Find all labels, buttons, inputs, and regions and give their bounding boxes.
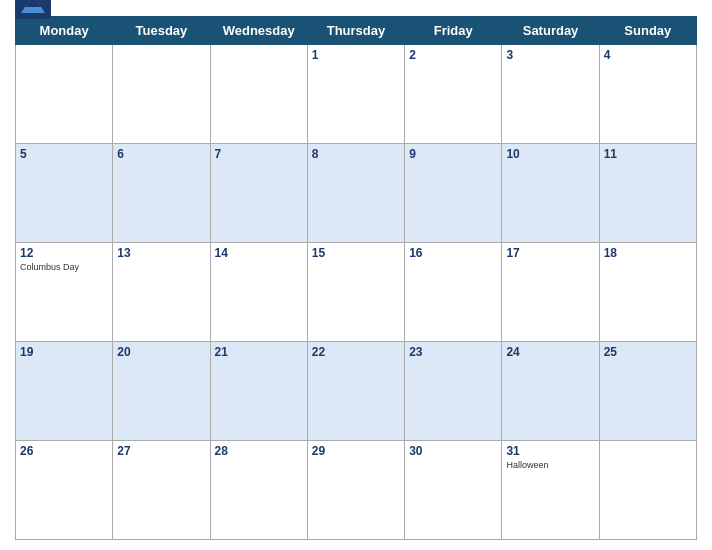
calendar-cell: 3 bbox=[502, 45, 599, 144]
day-number: 26 bbox=[20, 444, 108, 458]
day-number: 1 bbox=[312, 48, 400, 62]
calendar-cell bbox=[113, 45, 210, 144]
calendar-cell: 23 bbox=[405, 342, 502, 441]
day-number: 3 bbox=[506, 48, 594, 62]
calendar-cell: 18 bbox=[599, 243, 696, 342]
day-number: 8 bbox=[312, 147, 400, 161]
day-number: 10 bbox=[506, 147, 594, 161]
calendar-cell: 6 bbox=[113, 144, 210, 243]
day-number: 25 bbox=[604, 345, 692, 359]
calendar-cell bbox=[210, 45, 307, 144]
svg-rect-3 bbox=[29, 9, 37, 13]
calendar-cell: 19 bbox=[16, 342, 113, 441]
calendar-cell: 7 bbox=[210, 144, 307, 243]
day-number: 11 bbox=[604, 147, 692, 161]
calendar-cell: 21 bbox=[210, 342, 307, 441]
calendar-cell: 31Halloween bbox=[502, 441, 599, 540]
calendar-cell: 1 bbox=[307, 45, 404, 144]
day-number: 24 bbox=[506, 345, 594, 359]
day-number: 21 bbox=[215, 345, 303, 359]
day-number: 19 bbox=[20, 345, 108, 359]
day-number: 16 bbox=[409, 246, 497, 260]
calendar-cell: 20 bbox=[113, 342, 210, 441]
calendar-cell: 9 bbox=[405, 144, 502, 243]
calendar-week-row: 262728293031Halloween bbox=[16, 441, 697, 540]
calendar-cell bbox=[599, 441, 696, 540]
calendar-cell: 17 bbox=[502, 243, 599, 342]
calendar-cell: 5 bbox=[16, 144, 113, 243]
day-number: 4 bbox=[604, 48, 692, 62]
weekday-header-row: MondayTuesdayWednesdayThursdayFridaySatu… bbox=[16, 17, 697, 45]
day-number: 28 bbox=[215, 444, 303, 458]
weekday-header-wednesday: Wednesday bbox=[210, 17, 307, 45]
day-number: 23 bbox=[409, 345, 497, 359]
day-number: 30 bbox=[409, 444, 497, 458]
weekday-header-thursday: Thursday bbox=[307, 17, 404, 45]
weekday-header-tuesday: Tuesday bbox=[113, 17, 210, 45]
calendar-week-row: 1234 bbox=[16, 45, 697, 144]
calendar-event: Columbus Day bbox=[20, 262, 108, 272]
calendar-cell: 10 bbox=[502, 144, 599, 243]
calendar-week-row: 567891011 bbox=[16, 144, 697, 243]
weekday-header-saturday: Saturday bbox=[502, 17, 599, 45]
day-number: 22 bbox=[312, 345, 400, 359]
calendar-cell: 13 bbox=[113, 243, 210, 342]
day-number: 18 bbox=[604, 246, 692, 260]
day-number: 2 bbox=[409, 48, 497, 62]
calendar-cell: 30 bbox=[405, 441, 502, 540]
calendar-cell: 16 bbox=[405, 243, 502, 342]
day-number: 13 bbox=[117, 246, 205, 260]
calendar-cell: 11 bbox=[599, 144, 696, 243]
calendar-cell: 2 bbox=[405, 45, 502, 144]
day-number: 17 bbox=[506, 246, 594, 260]
day-number: 20 bbox=[117, 345, 205, 359]
calendar-cell: 8 bbox=[307, 144, 404, 243]
calendar-cell: 28 bbox=[210, 441, 307, 540]
calendar-cell: 12Columbus Day bbox=[16, 243, 113, 342]
calendar-cell: 29 bbox=[307, 441, 404, 540]
day-number: 15 bbox=[312, 246, 400, 260]
weekday-header-sunday: Sunday bbox=[599, 17, 696, 45]
calendar-cell: 25 bbox=[599, 342, 696, 441]
calendar-table: MondayTuesdayWednesdayThursdayFridaySatu… bbox=[15, 16, 697, 540]
calendar-cell: 4 bbox=[599, 45, 696, 144]
day-number: 14 bbox=[215, 246, 303, 260]
calendar-cell: 24 bbox=[502, 342, 599, 441]
day-number: 6 bbox=[117, 147, 205, 161]
calendar-cell: 26 bbox=[16, 441, 113, 540]
calendar-cell: 27 bbox=[113, 441, 210, 540]
day-number: 5 bbox=[20, 147, 108, 161]
calendar-event: Halloween bbox=[506, 460, 594, 470]
calendar-week-row: 12Columbus Day131415161718 bbox=[16, 243, 697, 342]
day-number: 27 bbox=[117, 444, 205, 458]
calendar-cell bbox=[16, 45, 113, 144]
calendar-cell: 15 bbox=[307, 243, 404, 342]
day-number: 12 bbox=[20, 246, 108, 260]
day-number: 31 bbox=[506, 444, 594, 458]
day-number: 29 bbox=[312, 444, 400, 458]
logo bbox=[15, 0, 51, 29]
calendar-cell: 22 bbox=[307, 342, 404, 441]
weekday-header-friday: Friday bbox=[405, 17, 502, 45]
calendar-week-row: 19202122232425 bbox=[16, 342, 697, 441]
calendar-cell: 14 bbox=[210, 243, 307, 342]
day-number: 9 bbox=[409, 147, 497, 161]
day-number: 7 bbox=[215, 147, 303, 161]
